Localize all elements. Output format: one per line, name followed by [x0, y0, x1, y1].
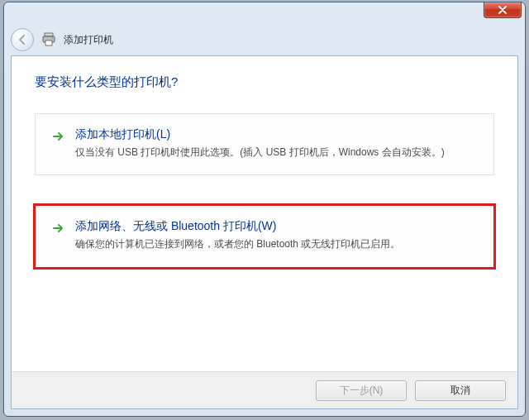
close-button[interactable] [484, 2, 522, 18]
add-printer-wizard: 添加打印机 要安装什么类型的打印机? 添加本地打印机(L) 仅当没有 USB 打… [3, 2, 526, 417]
cancel-button[interactable]: 取消 [415, 380, 506, 401]
arrow-right-icon [50, 221, 65, 236]
option-title: 添加本地打印机(L) [75, 127, 479, 142]
content-area: 要安装什么类型的打印机? 添加本地打印机(L) 仅当没有 USB 打印机时使用此… [11, 55, 518, 409]
wizard-header: 添加打印机 [4, 24, 525, 55]
back-arrow-icon [17, 34, 28, 45]
printer-icon [41, 31, 57, 48]
svg-rect-0 [45, 33, 53, 36]
option-description: 确保您的计算机已连接到网络，或者您的 Bluetooth 或无线打印机已启用。 [75, 237, 479, 251]
option-network-printer[interactable]: 添加网络、无线或 Bluetooth 打印机(W) 确保您的计算机已连接到网络，… [35, 205, 494, 267]
wizard-footer: 下一步(N) 取消 [12, 371, 517, 408]
close-icon [498, 6, 508, 14]
svg-rect-2 [45, 41, 52, 45]
svg-point-3 [52, 37, 54, 39]
page-heading: 要安装什么类型的打印机? [35, 74, 494, 90]
wizard-title: 添加打印机 [64, 33, 113, 47]
option-local-printer[interactable]: 添加本地打印机(L) 仅当没有 USB 打印机时使用此选项。(插入 USB 打印… [35, 113, 494, 175]
option-description: 仅当没有 USB 打印机时使用此选项。(插入 USB 打印机后，Windows … [75, 146, 479, 160]
option-title: 添加网络、无线或 Bluetooth 打印机(W) [75, 219, 479, 234]
titlebar [4, 2, 525, 24]
next-button[interactable]: 下一步(N) [316, 380, 407, 401]
arrow-right-icon [50, 129, 65, 144]
back-button[interactable] [11, 28, 34, 51]
